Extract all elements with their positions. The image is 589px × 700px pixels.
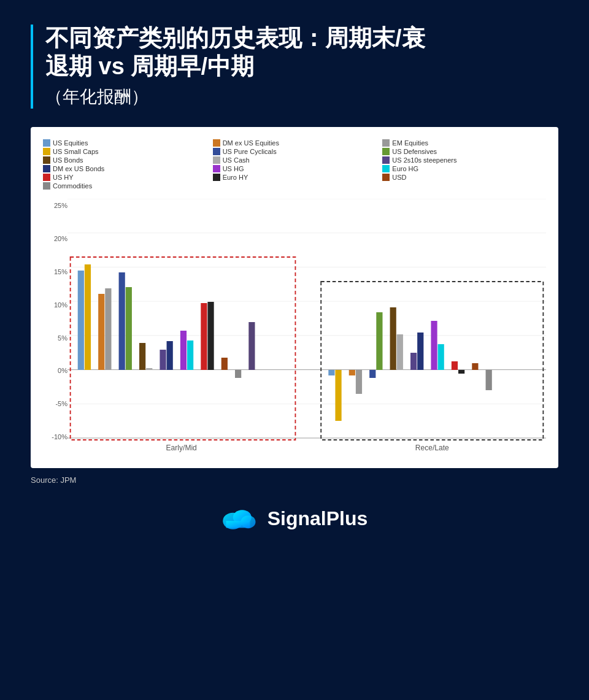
chart-container: US Equities DM ex US Equities EM Equitie… — [31, 127, 558, 468]
svg-rect-21 — [146, 368, 152, 370]
svg-rect-43 — [452, 361, 458, 370]
legend-us-bonds: US Bonds — [43, 156, 207, 164]
chart-legend: US Equities DM ex US Equities EM Equitie… — [43, 139, 546, 190]
legend-euro-hg: Euro HG — [382, 165, 546, 172]
title-main: 不同资产类别的历史表现：周期末/衰 退期 vs 周期早/中期 — [45, 25, 558, 80]
svg-rect-37 — [390, 307, 396, 370]
svg-rect-33 — [349, 370, 355, 375]
svg-rect-24 — [180, 331, 187, 370]
svg-rect-52 — [226, 521, 250, 528]
svg-rect-19 — [126, 287, 132, 370]
svg-rect-36 — [376, 312, 382, 370]
svg-rect-41 — [431, 321, 437, 370]
y-label-25: 25% — [43, 202, 67, 209]
svg-rect-18 — [119, 272, 125, 370]
svg-rect-35 — [369, 370, 375, 378]
svg-rect-29 — [235, 370, 241, 378]
legend-us-2s10s: US 2s10s steepeners — [382, 156, 546, 164]
svg-rect-34 — [356, 370, 362, 394]
legend-euro-hy: Euro HY — [213, 174, 377, 181]
svg-rect-32 — [335, 370, 341, 421]
svg-rect-20 — [139, 343, 145, 370]
svg-rect-22 — [160, 350, 166, 370]
y-label-20: 20% — [43, 235, 67, 242]
svg-rect-45 — [472, 363, 478, 370]
legend-us-hy: US HY — [43, 174, 207, 181]
svg-rect-30 — [248, 322, 255, 370]
svg-rect-15 — [85, 264, 91, 370]
legend-dm-ex-us-bonds: DM ex US Bonds — [43, 165, 207, 172]
svg-rect-31 — [328, 370, 334, 375]
title-sub: （年化报酬） — [45, 85, 558, 109]
svg-rect-42 — [438, 344, 444, 370]
legend-em-equities: EM Equities — [382, 139, 546, 147]
legend-us-small-caps: US Small Caps — [43, 148, 207, 155]
svg-rect-25 — [187, 340, 193, 370]
svg-rect-26 — [201, 303, 207, 370]
legend-us-defensives: US Defensives — [382, 148, 546, 155]
svg-rect-28 — [221, 358, 228, 370]
legend-us-cash: US Cash — [213, 156, 377, 164]
source-text: Source: JPM — [31, 475, 558, 485]
y-label-10: 10% — [43, 301, 67, 309]
svg-rect-40 — [417, 333, 423, 370]
logo-text: SignalPlus — [268, 507, 368, 530]
legend-us-pure-cyclicals: US Pure Cyclicals — [213, 148, 377, 155]
legend-commodities: Commodities — [43, 182, 207, 190]
y-label-15: 15% — [43, 268, 67, 275]
svg-rect-46 — [486, 370, 492, 390]
y-label-n10: -10% — [43, 433, 67, 440]
legend-usd: USD — [382, 174, 546, 181]
svg-text:Early/Mid: Early/Mid — [166, 444, 197, 453]
svg-rect-39 — [410, 353, 417, 370]
signalplus-logo-icon — [221, 503, 258, 534]
svg-rect-23 — [167, 341, 173, 370]
legend-us-hg: US HG — [213, 165, 377, 172]
svg-rect-44 — [458, 370, 464, 374]
legend-us-equities: US Equities — [43, 139, 207, 147]
svg-rect-38 — [397, 334, 403, 370]
svg-text:Rece/Late: Rece/Late — [415, 444, 449, 453]
y-label-n5: -5% — [43, 400, 67, 407]
svg-rect-14 — [78, 271, 84, 370]
footer-logo: SignalPlus — [31, 503, 558, 534]
legend-dm-ex-us-equities: DM ex US Equities — [213, 139, 377, 147]
y-label-0: 0% — [43, 367, 67, 374]
svg-rect-17 — [105, 288, 111, 370]
title-section: 不同资产类别的历史表现：周期末/衰 退期 vs 周期早/中期 （年化报酬） — [31, 25, 558, 109]
chart-svg: Early/Mid Rece/Late — [67, 199, 546, 456]
svg-rect-27 — [207, 302, 214, 370]
svg-rect-16 — [98, 294, 104, 370]
y-label-5: 5% — [43, 334, 67, 342]
title-line2: 退期 vs 周期早/中期 — [45, 53, 254, 79]
title-line1: 不同资产类别的历史表现：周期末/衰 — [45, 25, 425, 51]
